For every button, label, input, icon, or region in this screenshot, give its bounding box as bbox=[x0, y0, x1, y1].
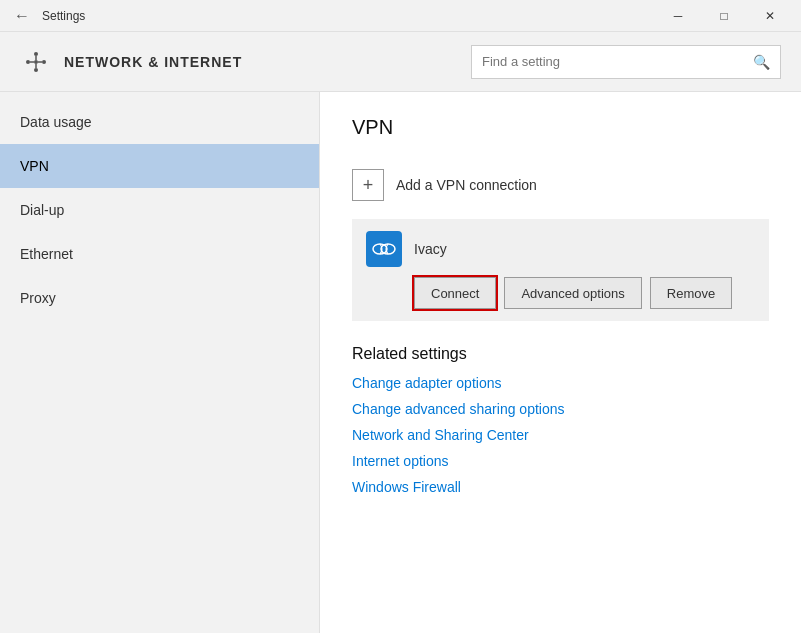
add-vpn-icon: + bbox=[352, 169, 384, 201]
main-layout: Data usage VPN Dial-up Ethernet Proxy VP… bbox=[0, 92, 801, 633]
change-advanced-sharing-link[interactable]: Change advanced sharing options bbox=[352, 401, 769, 417]
content-area: VPN + Add a VPN connection Ivacy bbox=[320, 92, 801, 633]
back-button[interactable]: ← bbox=[8, 2, 36, 30]
windows-firewall-link[interactable]: Windows Firewall bbox=[352, 479, 769, 495]
svg-point-1 bbox=[26, 60, 30, 64]
remove-button[interactable]: Remove bbox=[650, 277, 732, 309]
minimize-button[interactable]: ─ bbox=[655, 0, 701, 32]
sidebar: Data usage VPN Dial-up Ethernet Proxy bbox=[0, 92, 320, 633]
vpn-action-buttons: Connect Advanced options Remove bbox=[414, 277, 755, 309]
vpn-connection-item: Ivacy Connect Advanced options Remove bbox=[352, 219, 769, 321]
svg-point-9 bbox=[373, 244, 387, 254]
vpn-section-title: VPN bbox=[352, 116, 769, 139]
close-icon: ✕ bbox=[765, 9, 775, 23]
connect-button[interactable]: Connect bbox=[414, 277, 496, 309]
titlebar: ← Settings ─ □ ✕ bbox=[0, 0, 801, 32]
window-title: Settings bbox=[42, 9, 655, 23]
vpn-item-header: Ivacy bbox=[366, 231, 755, 267]
sidebar-item-ethernet[interactable]: Ethernet bbox=[0, 232, 319, 276]
svg-point-2 bbox=[42, 60, 46, 64]
sidebar-item-proxy[interactable]: Proxy bbox=[0, 276, 319, 320]
advanced-options-button[interactable]: Advanced options bbox=[504, 277, 641, 309]
maximize-icon: □ bbox=[720, 9, 727, 23]
svg-point-10 bbox=[381, 244, 395, 254]
search-box: 🔍 bbox=[471, 45, 781, 79]
maximize-button[interactable]: □ bbox=[701, 0, 747, 32]
related-settings-title: Related settings bbox=[352, 345, 769, 363]
back-icon: ← bbox=[14, 7, 30, 25]
window-controls: ─ □ ✕ bbox=[655, 0, 793, 32]
network-sharing-center-link[interactable]: Network and Sharing Center bbox=[352, 427, 769, 443]
add-vpn-label: Add a VPN connection bbox=[396, 177, 537, 193]
sidebar-item-dialup[interactable]: Dial-up bbox=[0, 188, 319, 232]
minimize-icon: ─ bbox=[674, 9, 683, 23]
app-title: NETWORK & INTERNET bbox=[64, 54, 471, 70]
vpn-name: Ivacy bbox=[414, 241, 447, 257]
app-header: NETWORK & INTERNET 🔍 bbox=[0, 32, 801, 92]
internet-options-link[interactable]: Internet options bbox=[352, 453, 769, 469]
svg-point-3 bbox=[34, 52, 38, 56]
change-adapter-options-link[interactable]: Change adapter options bbox=[352, 375, 769, 391]
search-input[interactable] bbox=[472, 54, 743, 69]
vpn-logo bbox=[366, 231, 402, 267]
network-icon bbox=[20, 46, 52, 78]
close-button[interactable]: ✕ bbox=[747, 0, 793, 32]
svg-point-0 bbox=[34, 60, 38, 64]
svg-point-4 bbox=[34, 68, 38, 72]
add-vpn-button[interactable]: + Add a VPN connection bbox=[352, 159, 769, 211]
sidebar-item-vpn[interactable]: VPN bbox=[0, 144, 319, 188]
sidebar-item-data-usage[interactable]: Data usage bbox=[0, 100, 319, 144]
search-icon: 🔍 bbox=[743, 54, 780, 70]
